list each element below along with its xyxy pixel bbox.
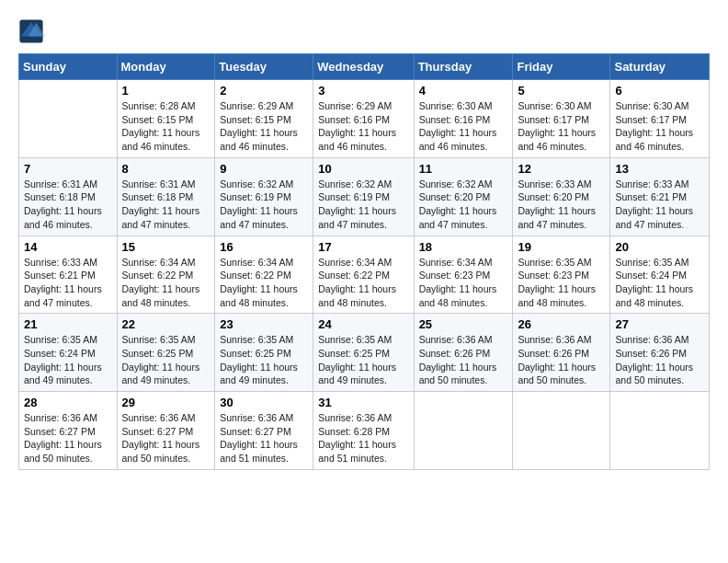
cell-info: Sunrise: 6:29 AM Sunset: 6:15 PM Dayligh… <box>220 99 308 154</box>
calendar-cell: 8Sunrise: 6:31 AM Sunset: 6:18 PM Daylig… <box>117 157 215 236</box>
day-number: 8 <box>122 162 210 176</box>
day-number: 23 <box>220 317 308 331</box>
logo-icon <box>18 18 44 44</box>
day-number: 13 <box>615 162 704 176</box>
day-number: 14 <box>24 240 112 254</box>
weekday-header-tuesday: Tuesday <box>215 54 313 80</box>
cell-info: Sunrise: 6:35 AM Sunset: 6:23 PM Dayligh… <box>518 256 605 310</box>
weekday-header-wednesday: Wednesday <box>313 54 414 80</box>
cell-info: Sunrise: 6:32 AM Sunset: 6:19 PM Dayligh… <box>318 178 408 232</box>
day-number: 24 <box>318 317 408 331</box>
calendar-cell: 1Sunrise: 6:28 AM Sunset: 6:15 PM Daylig… <box>117 80 215 158</box>
day-number: 19 <box>518 240 605 254</box>
weekday-header-sunday: Sunday <box>19 54 118 80</box>
calendar-cell: 21Sunrise: 6:35 AM Sunset: 6:24 PM Dayli… <box>19 314 118 392</box>
cell-info: Sunrise: 6:34 AM Sunset: 6:22 PM Dayligh… <box>318 256 408 310</box>
cell-info: Sunrise: 6:29 AM Sunset: 6:16 PM Dayligh… <box>318 99 408 154</box>
day-number: 1 <box>122 84 210 98</box>
calendar-cell: 11Sunrise: 6:32 AM Sunset: 6:20 PM Dayli… <box>414 157 513 236</box>
day-number: 3 <box>318 84 408 98</box>
day-number: 18 <box>419 240 508 254</box>
calendar-cell: 27Sunrise: 6:36 AM Sunset: 6:26 PM Dayli… <box>610 314 710 392</box>
cell-info: Sunrise: 6:34 AM Sunset: 6:22 PM Dayligh… <box>122 256 210 310</box>
cell-info: Sunrise: 6:35 AM Sunset: 6:25 PM Dayligh… <box>220 333 308 387</box>
day-number: 28 <box>24 396 112 409</box>
cell-info: Sunrise: 6:35 AM Sunset: 6:24 PM Dayligh… <box>24 333 112 387</box>
cell-info: Sunrise: 6:30 AM Sunset: 6:17 PM Dayligh… <box>615 99 704 154</box>
day-number: 27 <box>615 317 704 331</box>
cell-info: Sunrise: 6:36 AM Sunset: 6:28 PM Dayligh… <box>318 411 408 465</box>
day-number: 16 <box>220 240 308 254</box>
cell-info: Sunrise: 6:35 AM Sunset: 6:24 PM Dayligh… <box>615 256 704 310</box>
week-row-3: 14Sunrise: 6:33 AM Sunset: 6:21 PM Dayli… <box>19 236 710 314</box>
calendar-cell: 9Sunrise: 6:32 AM Sunset: 6:19 PM Daylig… <box>215 157 313 236</box>
day-number: 26 <box>518 317 605 331</box>
cell-info: Sunrise: 6:28 AM Sunset: 6:15 PM Dayligh… <box>122 99 210 154</box>
cell-info: Sunrise: 6:36 AM Sunset: 6:26 PM Dayligh… <box>419 333 508 387</box>
day-number: 29 <box>122 396 210 409</box>
cell-info: Sunrise: 6:32 AM Sunset: 6:20 PM Dayligh… <box>419 178 508 232</box>
calendar-cell: 7Sunrise: 6:31 AM Sunset: 6:18 PM Daylig… <box>19 157 118 236</box>
logo <box>18 18 48 44</box>
day-number: 5 <box>518 84 605 98</box>
calendar-table: SundayMondayTuesdayWednesdayThursdayFrid… <box>18 53 710 470</box>
weekday-header-thursday: Thursday <box>414 54 513 80</box>
calendar-cell: 14Sunrise: 6:33 AM Sunset: 6:21 PM Dayli… <box>19 236 118 314</box>
calendar-cell <box>19 80 118 158</box>
day-number: 25 <box>419 317 508 331</box>
calendar-cell <box>610 392 710 470</box>
calendar-cell: 13Sunrise: 6:33 AM Sunset: 6:21 PM Dayli… <box>610 157 710 236</box>
cell-info: Sunrise: 6:36 AM Sunset: 6:27 PM Dayligh… <box>24 411 112 465</box>
calendar-cell: 30Sunrise: 6:36 AM Sunset: 6:27 PM Dayli… <box>215 392 313 470</box>
cell-info: Sunrise: 6:33 AM Sunset: 6:21 PM Dayligh… <box>615 178 704 232</box>
calendar-cell: 23Sunrise: 6:35 AM Sunset: 6:25 PM Dayli… <box>215 314 313 392</box>
cell-info: Sunrise: 6:35 AM Sunset: 6:25 PM Dayligh… <box>122 333 210 387</box>
calendar-cell: 29Sunrise: 6:36 AM Sunset: 6:27 PM Dayli… <box>117 392 215 470</box>
day-number: 20 <box>615 240 704 254</box>
cell-info: Sunrise: 6:36 AM Sunset: 6:27 PM Dayligh… <box>122 411 210 465</box>
cell-info: Sunrise: 6:33 AM Sunset: 6:20 PM Dayligh… <box>518 178 605 232</box>
cell-info: Sunrise: 6:33 AM Sunset: 6:21 PM Dayligh… <box>24 256 112 310</box>
day-number: 12 <box>518 162 605 176</box>
weekday-header-row: SundayMondayTuesdayWednesdayThursdayFrid… <box>19 54 710 80</box>
weekday-header-friday: Friday <box>513 54 610 80</box>
page-header <box>18 18 710 44</box>
calendar-cell: 2Sunrise: 6:29 AM Sunset: 6:15 PM Daylig… <box>215 80 313 158</box>
day-number: 6 <box>615 84 704 98</box>
day-number: 17 <box>318 240 408 254</box>
day-number: 9 <box>220 162 308 176</box>
calendar-cell <box>513 392 610 470</box>
cell-info: Sunrise: 6:35 AM Sunset: 6:25 PM Dayligh… <box>318 333 408 387</box>
day-number: 15 <box>122 240 210 254</box>
calendar-cell: 18Sunrise: 6:34 AM Sunset: 6:23 PM Dayli… <box>414 236 513 314</box>
calendar-cell: 4Sunrise: 6:30 AM Sunset: 6:16 PM Daylig… <box>414 80 513 158</box>
day-number: 31 <box>318 396 408 409</box>
day-number: 4 <box>419 84 508 98</box>
cell-info: Sunrise: 6:30 AM Sunset: 6:17 PM Dayligh… <box>518 99 605 154</box>
cell-info: Sunrise: 6:36 AM Sunset: 6:27 PM Dayligh… <box>220 411 308 465</box>
calendar-cell: 22Sunrise: 6:35 AM Sunset: 6:25 PM Dayli… <box>117 314 215 392</box>
calendar-cell: 31Sunrise: 6:36 AM Sunset: 6:28 PM Dayli… <box>313 392 414 470</box>
cell-info: Sunrise: 6:32 AM Sunset: 6:19 PM Dayligh… <box>220 178 308 232</box>
day-number: 10 <box>318 162 408 176</box>
calendar-cell: 6Sunrise: 6:30 AM Sunset: 6:17 PM Daylig… <box>610 80 710 158</box>
day-number: 7 <box>24 162 112 176</box>
calendar-cell: 12Sunrise: 6:33 AM Sunset: 6:20 PM Dayli… <box>513 157 610 236</box>
day-number: 2 <box>220 84 308 98</box>
calendar-cell: 3Sunrise: 6:29 AM Sunset: 6:16 PM Daylig… <box>313 80 414 158</box>
weekday-header-saturday: Saturday <box>610 54 710 80</box>
cell-info: Sunrise: 6:30 AM Sunset: 6:16 PM Dayligh… <box>419 99 508 154</box>
day-number: 21 <box>24 317 112 331</box>
week-row-5: 28Sunrise: 6:36 AM Sunset: 6:27 PM Dayli… <box>19 392 710 470</box>
calendar-cell: 10Sunrise: 6:32 AM Sunset: 6:19 PM Dayli… <box>313 157 414 236</box>
day-number: 22 <box>122 317 210 331</box>
calendar-cell: 25Sunrise: 6:36 AM Sunset: 6:26 PM Dayli… <box>414 314 513 392</box>
cell-info: Sunrise: 6:31 AM Sunset: 6:18 PM Dayligh… <box>122 178 210 232</box>
week-row-1: 1Sunrise: 6:28 AM Sunset: 6:15 PM Daylig… <box>19 80 710 158</box>
calendar-cell: 26Sunrise: 6:36 AM Sunset: 6:26 PM Dayli… <box>513 314 610 392</box>
calendar-cell: 24Sunrise: 6:35 AM Sunset: 6:25 PM Dayli… <box>313 314 414 392</box>
calendar-cell: 5Sunrise: 6:30 AM Sunset: 6:17 PM Daylig… <box>513 80 610 158</box>
calendar-cell: 20Sunrise: 6:35 AM Sunset: 6:24 PM Dayli… <box>610 236 710 314</box>
week-row-2: 7Sunrise: 6:31 AM Sunset: 6:18 PM Daylig… <box>19 157 710 236</box>
calendar-body: 1Sunrise: 6:28 AM Sunset: 6:15 PM Daylig… <box>19 80 710 470</box>
